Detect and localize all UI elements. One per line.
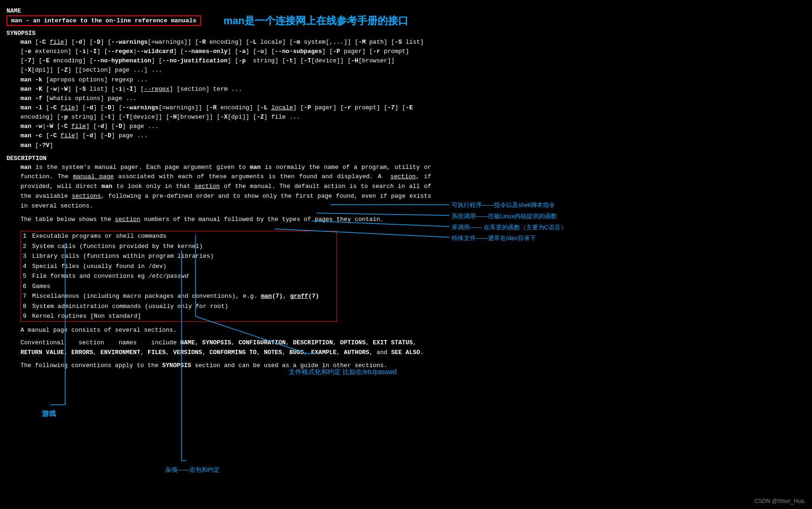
table-row: 7Miscellaneous (including macro packages… — [21, 291, 337, 301]
description-heading: DESCRIPTION — [7, 155, 431, 162]
table-row: 1Executable programs or shell commands — [21, 231, 337, 241]
synopsis-block: man [-C file] [-d] [-D] [--warnings[=war… — [20, 38, 431, 150]
synopsis-heading: SYNOPSIS — [7, 30, 431, 37]
table-row: 3Library calls (functions within program… — [21, 251, 337, 261]
man-cmd-box: man - an interface to the on-line refere… — [7, 15, 201, 26]
table-row: 5File formats and conventions eg /etc/pa… — [21, 271, 337, 281]
table-row: 2System calls (functions provided by the… — [21, 241, 337, 252]
annotation-libcall: 库调用—— 在库里的函数（主要为C语言） — [452, 223, 567, 232]
annotation-syscall: 系统调用——些被Linux内核提供的函数 — [452, 212, 557, 221]
terminal-window: NAME man - an interface to the on-line r… — [0, 0, 438, 375]
table-row: 8System administration commands (usually… — [21, 301, 337, 312]
csdn-credit: CSDN @Shun_Hua. — [754, 498, 805, 504]
annotation-games: 游戏 — [42, 409, 56, 418]
table-row: 9Kernel routines [Non standard] — [21, 311, 337, 321]
annotation-fileformat: 文件格式化和约定 比如在/etc/passwd — [289, 368, 397, 376]
desc-para2: The table below shows the section number… — [20, 215, 431, 225]
table-row: 6Games — [21, 281, 337, 292]
desc-block: man is the system's manual pager. Each p… — [20, 163, 431, 225]
name-heading: NAME — [7, 7, 431, 14]
conventional-para: Conventional section names include NAME,… — [20, 338, 431, 358]
zh-title-annotation: man是一个连接网上在线参考手册的接口 — [223, 14, 408, 28]
annotation-special: 特殊文件——通常在/dev目录下 — [452, 234, 536, 242]
section-table: 1Executable programs or shell commands 2… — [20, 231, 337, 322]
annotation-executable: 可执行程序——指令以及shell脚本指令 — [452, 201, 555, 209]
desc-para1: man is the system's manual pager. Each p… — [20, 163, 431, 211]
after-table-para1: A manual page consists of several sectio… — [20, 326, 431, 335]
table-row: 4Special files (usually found in /dev) — [21, 261, 337, 272]
annotation-misc: 杂项——宏包和约定 — [165, 466, 220, 474]
